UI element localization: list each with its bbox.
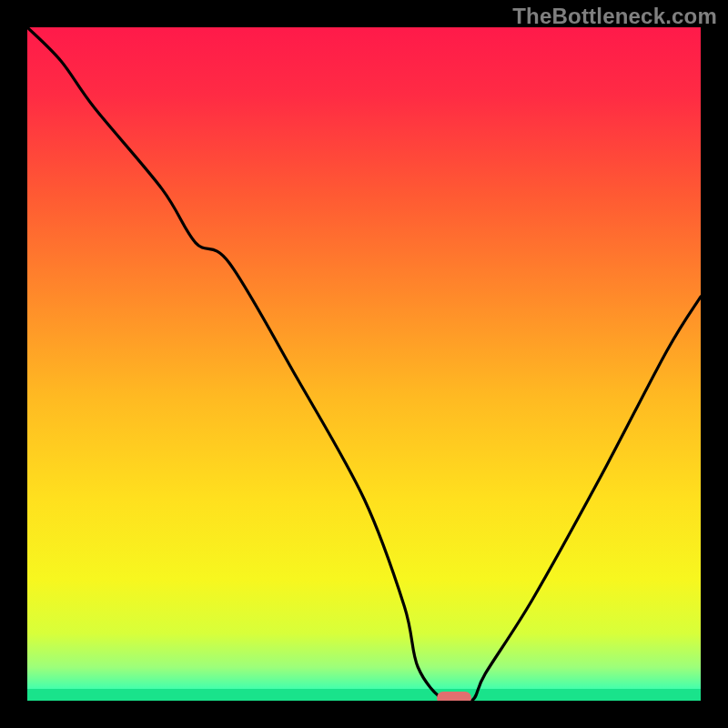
plot-area [27, 27, 701, 701]
watermark-text: TheBottleneck.com [512, 4, 717, 29]
marker-layer [27, 27, 701, 701]
svg-rect-2 [437, 692, 471, 701]
chart-frame: TheBottleneck.com [0, 0, 728, 728]
